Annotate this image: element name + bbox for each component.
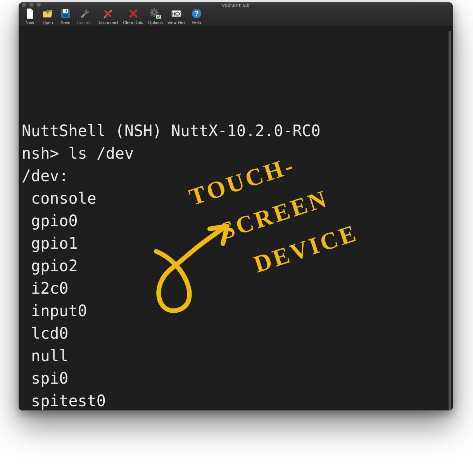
- window-controls: [22, 2, 41, 7]
- svg-rect-2: [66, 10, 67, 12]
- terminal-line: gpio0: [22, 209, 446, 232]
- svg-rect-1: [63, 9, 68, 13]
- svg-point-7: [153, 11, 155, 14]
- svg-line-15: [156, 9, 157, 10]
- app-window: coolterm.stc New Open Save Connect Disco…: [19, 2, 453, 410]
- terminal-line: nsh> ls /dev: [22, 142, 446, 164]
- connect-button: Connect: [74, 7, 95, 25]
- toolbar-label: View Hex: [167, 20, 185, 25]
- toolbar-label: Connect: [77, 20, 93, 25]
- close-window-icon[interactable]: [22, 2, 26, 7]
- new-button[interactable]: New: [21, 7, 39, 25]
- help-icon: ?: [190, 7, 203, 20]
- viewhex-button[interactable]: HEX View Hex: [165, 7, 188, 25]
- terminal-scrollbar[interactable]: [449, 31, 451, 410]
- svg-rect-3: [63, 14, 68, 17]
- disconnect-icon: [101, 7, 114, 20]
- toolbar-label: Disconnect: [97, 20, 118, 25]
- help-button[interactable]: ? Help: [188, 7, 205, 25]
- connect-icon: [78, 7, 91, 20]
- open-icon: [41, 7, 54, 20]
- toolbar: New Open Save Connect Disconnect Clear D…: [19, 7, 453, 26]
- clear-button[interactable]: Clear Data: [121, 7, 146, 25]
- terminal-line: input0: [22, 299, 446, 322]
- save-button[interactable]: Save: [57, 7, 74, 25]
- minimize-window-icon[interactable]: [29, 2, 34, 7]
- window-title: coolterm.stc: [19, 2, 453, 8]
- disconnect-button[interactable]: Disconnect: [95, 7, 121, 25]
- options-icon: [149, 7, 162, 20]
- terminal-line: NuttShell (NSH) NuttX-10.2.0-RC0: [22, 119, 446, 142]
- svg-text:?: ?: [195, 10, 199, 17]
- svg-text:HEX: HEX: [172, 12, 181, 16]
- terminal-line: gpio2: [22, 254, 446, 277]
- clear-icon: [127, 7, 140, 20]
- options-button[interactable]: Options: [146, 7, 165, 25]
- open-button[interactable]: Open: [39, 7, 57, 25]
- titlebar[interactable]: coolterm.stc: [19, 2, 453, 7]
- terminal-line: /dev:: [22, 164, 446, 187]
- toolbar-label: Help: [192, 20, 201, 25]
- zoom-window-icon[interactable]: [36, 2, 41, 7]
- toolbar-label: Save: [60, 20, 70, 25]
- terminal-line: console: [22, 187, 446, 209]
- terminal-line: i2c0: [22, 277, 446, 299]
- svg-line-12: [151, 9, 152, 10]
- terminal-line: gpio1: [22, 232, 446, 254]
- viewhex-icon: HEX: [170, 7, 183, 20]
- toolbar-label: Clear Data: [123, 20, 143, 25]
- svg-line-14: [151, 14, 152, 16]
- terminal-line: spi0: [22, 367, 446, 389]
- toolbar-label: Options: [148, 20, 163, 25]
- terminal-output[interactable]: TouCH- sCREEN DeVICe NuttShell (NSH) Nut…: [19, 26, 453, 410]
- terminal-line: null: [22, 344, 446, 367]
- terminal-line: spitest0: [22, 389, 446, 410]
- toolbar-label: Open: [43, 20, 53, 25]
- toolbar-label: New: [26, 20, 34, 25]
- new-icon: [23, 7, 36, 20]
- terminal-line: lcd0: [22, 322, 446, 344]
- save-icon: [59, 7, 72, 20]
